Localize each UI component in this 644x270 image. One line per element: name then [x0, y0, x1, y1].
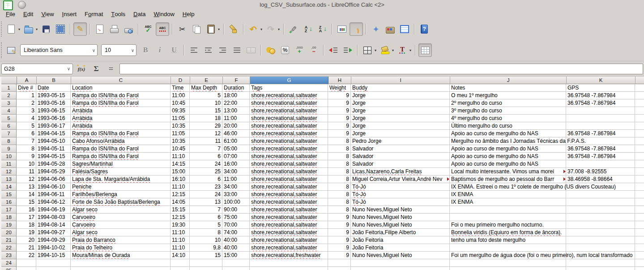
window-menu-sphere-icon[interactable] — [18, 1, 26, 9]
cell-E13[interactable]: 6 — [190, 176, 222, 183]
font-color-button[interactable] — [396, 43, 409, 57]
cell-filler[interactable] — [635, 130, 644, 137]
delete-decimal-place-button[interactable] — [307, 43, 320, 57]
cell-A13[interactable]: 12 — [17, 176, 36, 183]
cell-D21[interactable]: 11:10 — [171, 236, 190, 244]
cell-B23[interactable]: 1994-10-15 — [36, 252, 71, 259]
column-header-F[interactable]: F — [223, 77, 250, 84]
toolbar-drag-handle[interactable] — [1, 42, 4, 58]
cell-I15[interactable]: Tó-Jó — [351, 191, 450, 198]
menu-format[interactable]: Format — [81, 9, 107, 19]
cell-D20[interactable]: 11:10 — [171, 229, 190, 236]
cell-I8[interactable]: Pedro Jorge — [351, 137, 450, 145]
cell-K10[interactable]: 36.97548 -7.867984 — [566, 153, 635, 160]
cell-C19[interactable]: Carvoeiro — [71, 221, 171, 229]
cell-J18[interactable] — [450, 214, 566, 221]
cell-D5[interactable]: 11:05 — [171, 115, 190, 122]
formula-button[interactable] — [105, 63, 117, 75]
cell-A5[interactable]: 4 — [17, 115, 36, 122]
cell-J22[interactable] — [450, 244, 566, 252]
cell-A8[interactable]: 7 — [17, 137, 36, 145]
cell-filler[interactable] — [635, 214, 644, 221]
cell-I3[interactable]: Jorge — [351, 99, 450, 107]
cell-A2[interactable]: 1 — [17, 92, 36, 99]
cell-D2[interactable]: 11:00 — [171, 92, 190, 99]
undo-button[interactable] — [247, 22, 260, 36]
cell-H1[interactable]: Weight — [328, 84, 351, 92]
cell-I2[interactable]: Jorge — [351, 92, 450, 99]
function-wizard-button[interactable] — [75, 63, 88, 75]
cell-G21[interactable]: shore,recreational,saltwater — [250, 236, 328, 244]
cell-G18[interactable]: shore,recreational,saltwater — [250, 214, 328, 221]
cell-C2[interactable]: Rampa do ISN/Ilha do Farol — [71, 92, 171, 99]
cell-E11[interactable]: 24 — [190, 160, 222, 168]
email-document-button[interactable] — [54, 22, 67, 36]
cell-D11[interactable]: 14:15 — [171, 160, 190, 168]
auto-spellcheck-button[interactable] — [156, 22, 169, 36]
cell-I22[interactable]: João Feitoria — [351, 244, 450, 252]
align-right-button[interactable] — [216, 43, 229, 57]
sort-descending-button[interactable] — [316, 22, 329, 36]
cell-C6[interactable]: Arrábida — [71, 122, 171, 130]
cell-K18[interactable] — [566, 214, 635, 221]
cell-B9[interactable]: 1994-05-11 — [36, 145, 71, 153]
cell-B15[interactable]: 1994-06-11 — [36, 191, 71, 198]
cell-D7[interactable]: 11:05 — [171, 130, 190, 137]
cell-C25[interactable] — [71, 267, 171, 270]
cell-H9[interactable]: 8 — [328, 145, 351, 153]
new-document-button[interactable] — [4, 22, 18, 36]
cell-J15[interactable]: IX ENMA — [450, 191, 566, 198]
print-preview-button[interactable] — [122, 22, 135, 36]
cell-B16[interactable]: 1994-06-12 — [36, 198, 71, 206]
cell-E16[interactable]: 13 — [190, 198, 222, 206]
cell-K9[interactable]: 36.97548 -7.867984 — [566, 145, 635, 153]
cell-J3[interactable]: 2º mergulho do curso — [450, 99, 566, 107]
borders-button[interactable] — [361, 43, 374, 57]
cell-F11[interactable]: 16:00 — [222, 160, 250, 168]
align-center-button[interactable] — [201, 43, 215, 57]
cell-E7[interactable]: 12 — [190, 130, 222, 137]
cell-G24[interactable] — [250, 259, 328, 267]
cell-B13[interactable]: 1994-06-06 — [36, 176, 71, 183]
cell-I10[interactable]: Salvador — [351, 153, 450, 160]
sum-button[interactable] — [90, 63, 102, 75]
cell-filler[interactable] — [635, 236, 644, 244]
copy-button[interactable] — [190, 22, 203, 36]
cell-J1[interactable]: Notes — [450, 84, 566, 92]
cell-K3[interactable]: 36.97548 -7.867984 — [566, 99, 635, 107]
cell-filler[interactable] — [635, 198, 644, 206]
cell-H19[interactable]: 9 — [328, 221, 351, 229]
cell-E6[interactable]: 29 — [190, 122, 222, 130]
cell-K16[interactable] — [566, 198, 635, 206]
cell-B17[interactable]: 1994-06-19 — [36, 206, 71, 214]
cell-D18[interactable]: 12:15 — [171, 214, 190, 221]
cell-B25[interactable] — [36, 267, 71, 270]
cell-D22[interactable]: 11:10 — [171, 244, 190, 252]
cell-filler[interactable] — [635, 229, 644, 236]
column-header-K[interactable]: K — [567, 77, 635, 84]
cell-A1[interactable]: Dive # — [17, 84, 36, 92]
cell-H25[interactable] — [328, 267, 351, 270]
row-header-9[interactable]: 9 — [1, 145, 17, 153]
cell-F2[interactable]: 18:00 — [222, 92, 250, 99]
formula-input-line[interactable] — [119, 64, 643, 74]
edit-mode-button[interactable] — [73, 22, 87, 36]
help-button[interactable] — [418, 22, 431, 36]
row-header-23[interactable]: 23 — [1, 252, 17, 259]
cell-C10[interactable]: Rampa do ISN/Ilha do Farol — [71, 153, 171, 160]
row-header-2[interactable]: 2 — [1, 92, 17, 99]
cell-J23[interactable]: Foi um mergulho de água doce (foi o meu … — [450, 252, 566, 259]
cell-A24[interactable] — [17, 259, 36, 267]
cell-I6[interactable]: Jorge — [351, 122, 450, 130]
cell-J16[interactable]: IX ENMA — [450, 198, 566, 206]
cell-A23[interactable]: 22 — [17, 252, 36, 259]
undo-dropdown[interactable]: ▾ — [260, 27, 262, 31]
cell-K25[interactable] — [566, 267, 635, 270]
paste-dropdown[interactable]: ▾ — [218, 27, 220, 31]
cell-F3[interactable]: 22:00 — [222, 99, 250, 107]
cell-D17[interactable]: 15:15 — [171, 206, 190, 214]
cell-G13[interactable]: shore,recreational,saltwater — [250, 176, 328, 183]
menu-tools[interactable]: Tools — [107, 9, 129, 19]
row-header-19[interactable]: 19 — [1, 221, 17, 229]
cell-E9[interactable]: 7 — [190, 145, 222, 153]
